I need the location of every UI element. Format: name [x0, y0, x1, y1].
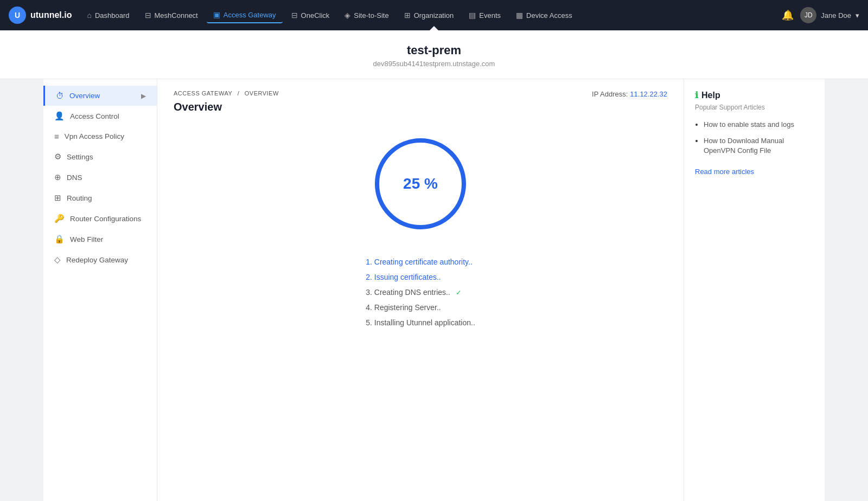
sidebar-label-routing: Routing: [67, 194, 92, 202]
help-subtitle: Popular Support Articles: [695, 104, 814, 111]
sidebar: ⏱ Overview ▶ 👤 Access Control ≡ Vpn Acce…: [43, 79, 157, 501]
sidebar-label-router-configurations: Router Configurations: [70, 215, 141, 223]
sidebar-label-web-filter: Web Filter: [70, 235, 103, 243]
progress-percent-text: 25 %: [403, 175, 438, 192]
steps-list: 1. Creating certificate authority.. 2. I…: [366, 254, 475, 330]
avatar: JD: [800, 7, 816, 23]
step-1-text: 1. Creating certificate authority..: [366, 258, 473, 266]
step-2[interactable]: 2. Issuing certificates..: [366, 269, 475, 285]
ip-address-row: IP Address: 11.12.22.32: [592, 90, 667, 98]
overview-icon: ⏱: [56, 91, 64, 100]
settings-icon: ⚙: [54, 152, 61, 162]
main-layout: ⏱ Overview ▶ 👤 Access Control ≡ Vpn Acce…: [43, 79, 825, 501]
sidebar-label-vpn-access-policy: Vpn Access Policy: [65, 132, 124, 140]
active-indicator: [430, 26, 438, 30]
nav-label-oneclick: OneClick: [301, 11, 330, 20]
step-5-text: 5. Installing Utunnel application..: [366, 318, 475, 327]
redeploy-icon: ◇: [54, 255, 61, 265]
logo-text: utunnel.io: [30, 10, 72, 20]
access-control-icon: 👤: [54, 111, 65, 121]
help-article-1: How to enable stats and logs: [704, 120, 814, 130]
sidebar-label-overview: Overview: [69, 92, 100, 100]
nav-item-dashboard[interactable]: ⌂ Dashboard: [80, 8, 136, 23]
nav-label-device-access: Device Access: [526, 11, 572, 20]
organization-icon: ⊞: [404, 11, 411, 20]
dashboard-icon: ⌂: [87, 11, 91, 20]
routing-icon: ⊞: [54, 193, 61, 203]
meshconnect-icon: ⊟: [145, 11, 151, 20]
nav-item-organization[interactable]: ⊞ Organization: [398, 8, 461, 23]
chevron-down-icon: ▾: [856, 11, 859, 20]
step-4: 4. Registering Server..: [366, 300, 475, 315]
nav-label-events: Events: [479, 11, 501, 20]
content-title: Overview: [174, 101, 279, 113]
app-logo[interactable]: U utunnel.io: [9, 7, 72, 24]
sidebar-item-access-control[interactable]: 👤 Access Control: [43, 106, 157, 126]
breadcrumb-current: OVERVIEW: [245, 90, 279, 97]
nav-item-oneclick[interactable]: ⊟ OneClick: [285, 8, 336, 23]
help-article-2: How to Download Manual OpenVPN Config Fi…: [704, 136, 814, 156]
sidebar-item-vpn-access-policy[interactable]: ≡ Vpn Access Policy: [43, 126, 157, 146]
read-more-link[interactable]: Read more articles: [695, 168, 754, 176]
help-article-link-1[interactable]: How to enable stats and logs: [704, 120, 794, 129]
events-icon: ▤: [469, 11, 476, 20]
user-menu[interactable]: JD Jane Doe ▾: [800, 7, 859, 23]
step-5: 5. Installing Utunnel application..: [366, 315, 475, 330]
device-access-icon: ▦: [516, 11, 523, 20]
sidebar-item-routing[interactable]: ⊞ Routing: [43, 188, 157, 208]
breadcrumb-separator: /: [238, 90, 240, 97]
vpn-policy-icon: ≡: [54, 132, 59, 141]
help-header: ℹ Help: [695, 90, 814, 100]
sidebar-item-overview[interactable]: ⏱ Overview ▶: [43, 86, 157, 106]
ip-value[interactable]: 11.12.22.32: [630, 90, 667, 98]
breadcrumb: ACCESS GATEWAY / OVERVIEW: [174, 90, 279, 97]
page-header: test-prem dev895sub4141testprem.utnstage…: [0, 30, 868, 79]
sidebar-item-settings[interactable]: ⚙ Settings: [43, 146, 157, 167]
ip-label: IP Address:: [592, 90, 628, 98]
nav-item-site-to-site[interactable]: ◈ Site-to-Site: [338, 8, 395, 23]
site-to-site-icon: ◈: [344, 11, 350, 20]
content-header-row: ACCESS GATEWAY / OVERVIEW Overview IP Ad…: [174, 90, 667, 124]
check-icon: ✓: [456, 288, 462, 297]
help-panel: ℹ Help Popular Support Articles How to e…: [684, 79, 825, 501]
notifications-icon[interactable]: 🔔: [782, 9, 794, 21]
page-title: test-prem: [0, 43, 868, 57]
sidebar-label-access-control: Access Control: [70, 112, 119, 120]
step-3: 3. Creating DNS entries.. ✓: [366, 285, 475, 300]
nav-right: 🔔 JD Jane Doe ▾: [782, 7, 859, 23]
nav-label-meshconnect: MeshConnect: [155, 11, 198, 20]
user-name: Jane Doe: [821, 11, 851, 20]
progress-section: 25 % 1. Creating certificate authority..…: [174, 124, 667, 341]
step-1[interactable]: 1. Creating certificate authority..: [366, 254, 475, 269]
nav-item-events[interactable]: ▤ Events: [462, 8, 507, 23]
page-subtitle: dev895sub4141testprem.utnstage.com: [0, 60, 868, 68]
sidebar-item-redeploy-gateway[interactable]: ◇ Redeploy Gateway: [43, 249, 157, 270]
nav-label-site-to-site: Site-to-Site: [354, 11, 388, 20]
nav-label-organization: Organization: [414, 11, 454, 20]
help-article-link-2[interactable]: How to Download Manual OpenVPN Config Fi…: [704, 137, 784, 155]
nav-item-access-gateway[interactable]: ▣ Access Gateway: [207, 7, 283, 23]
chevron-right-icon: ▶: [141, 92, 146, 100]
sidebar-label-settings: Settings: [67, 153, 93, 161]
nav-label-dashboard: Dashboard: [95, 11, 130, 20]
step-4-text: 4. Registering Server..: [366, 303, 441, 312]
step-2-text: 2. Issuing certificates..: [366, 273, 441, 281]
nav-item-meshconnect[interactable]: ⊟ MeshConnect: [138, 8, 205, 23]
oneclick-icon: ⊟: [291, 11, 298, 20]
step-3-text: 3. Creating DNS entries..: [366, 288, 450, 297]
sidebar-item-dns[interactable]: ⊕ DNS: [43, 167, 157, 188]
help-icon: ℹ: [695, 90, 698, 100]
sidebar-label-dns: DNS: [67, 174, 82, 182]
dns-icon: ⊕: [54, 172, 61, 182]
logo-icon: U: [9, 7, 26, 24]
nav-item-device-access[interactable]: ▦ Device Access: [509, 8, 579, 23]
sidebar-item-router-configurations[interactable]: 🔑 Router Configurations: [43, 208, 157, 229]
progress-circle: 25 %: [366, 130, 475, 238]
help-article-list: How to enable stats and logs How to Down…: [695, 120, 814, 156]
access-gateway-icon: ▣: [213, 10, 220, 19]
sidebar-item-web-filter[interactable]: 🔒 Web Filter: [43, 229, 157, 249]
content-area: ACCESS GATEWAY / OVERVIEW Overview IP Ad…: [157, 79, 684, 501]
router-config-icon: 🔑: [54, 214, 65, 223]
help-title: Help: [701, 91, 720, 100]
top-navigation: U utunnel.io ⌂ Dashboard ⊟ MeshConnect ▣…: [0, 0, 868, 30]
